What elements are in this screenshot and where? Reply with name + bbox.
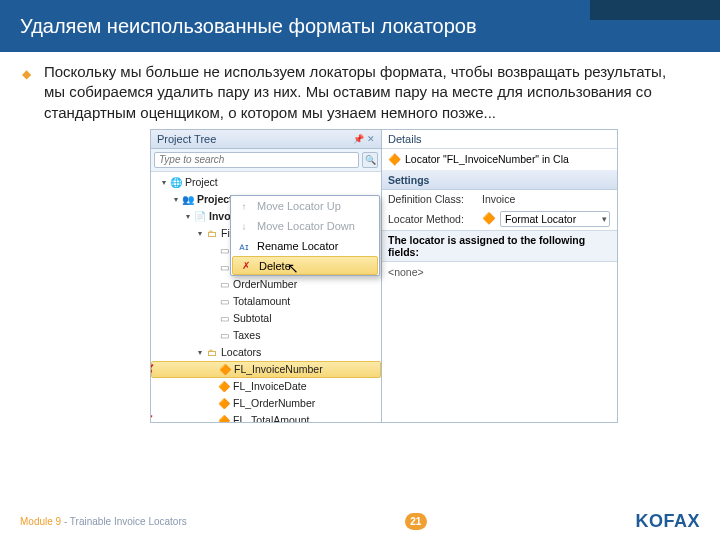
arrow-up-icon: ↑ [237, 201, 251, 212]
assigned-fields-header: The locator is assigned to the following… [382, 230, 617, 262]
def-class-label: Definition Class: [388, 193, 478, 205]
app-screenshot: Project Tree 📌 ✕ 🔍 ▾🌐Project ▾👥Project C… [150, 129, 618, 423]
delete-icon: ✗ [239, 260, 253, 271]
page-number-badge: 21 [405, 513, 427, 530]
definition-class-row: Definition Class: Invoice [382, 190, 617, 208]
loc-method-label: Locator Method: [388, 213, 478, 225]
locator-method-dropdown[interactable]: Format Locator [500, 211, 610, 227]
tree-node-project[interactable]: ▾🌐Project [151, 174, 381, 191]
footer-module: Module 9 - Trainable Invoice Locators [20, 516, 187, 527]
format-locator-icon: 🔶 [482, 212, 496, 225]
delete-mark-icon: ✗ [151, 413, 154, 422]
ctx-rename[interactable]: ᴀɪRename Locator [231, 236, 379, 256]
rename-icon: ᴀɪ [237, 241, 251, 252]
tree-node-field[interactable]: ▭Subtotal [151, 310, 381, 327]
cursor-icon: ↖ [287, 260, 299, 276]
locator-icon: 🔶 [388, 153, 401, 166]
slide-footer: Module 9 - Trainable Invoice Locators 21… [0, 511, 720, 532]
def-class-value: Invoice [482, 193, 515, 205]
assigned-fields-value: <none> [382, 262, 617, 282]
arrow-down-icon: ↓ [237, 221, 251, 232]
details-locator-text: Locator "FL_InvoiceNumber" in Cla [405, 153, 569, 165]
tree-node-locators[interactable]: ▾🗀Locators [151, 344, 381, 361]
header-accent [590, 0, 720, 20]
slide-body: ◆ Поскольку мы больше не используем лока… [0, 52, 720, 129]
tree-node-locator-selected[interactable]: ✗🔶FL_InvoiceNumber [151, 361, 381, 378]
settings-header: Settings [382, 171, 617, 190]
search-icon[interactable]: 🔍 [362, 152, 378, 168]
tree-node-field[interactable]: ▭OrderNumber [151, 276, 381, 293]
locator-method-row: Locator Method: 🔶 Format Locator [382, 208, 617, 230]
search-input[interactable] [154, 152, 359, 168]
details-title: Details [382, 130, 617, 149]
project-tree-title: Project Tree 📌 ✕ [151, 130, 381, 149]
slide-title: Удаляем неиспользованные форматы локатор… [20, 15, 477, 38]
body-paragraph: Поскольку мы больше не используем локато… [44, 63, 666, 121]
project-tree-label: Project Tree [157, 133, 216, 145]
details-locator-label: 🔶 Locator "FL_InvoiceNumber" in Cla [382, 149, 617, 171]
tree-node-locator[interactable]: ✗🔶FL_TotalAmount [151, 412, 381, 422]
ctx-move-up: ↑Move Locator Up [231, 196, 379, 216]
context-menu: ↑Move Locator Up ↓Move Locator Down ᴀɪRe… [230, 195, 380, 276]
brand-logo: KOFAX [635, 511, 700, 532]
pin-close-icons[interactable]: 📌 ✕ [353, 134, 375, 144]
bullet-icon: ◆ [22, 66, 31, 82]
tree-node-locator[interactable]: 🔶FL_OrderNumber [151, 395, 381, 412]
tree-node-locator[interactable]: 🔶FL_InvoiceDate [151, 378, 381, 395]
ctx-delete[interactable]: ✗Delete [232, 256, 378, 275]
footer-module-number: Module 9 [20, 516, 61, 527]
ctx-move-down: ↓Move Locator Down [231, 216, 379, 236]
delete-mark-icon: ✗ [151, 362, 155, 377]
tree-node-field[interactable]: ▭Totalamount [151, 293, 381, 310]
footer-module-name: - Trainable Invoice Locators [61, 516, 187, 527]
details-pane: Details 🔶 Locator "FL_InvoiceNumber" in … [381, 130, 617, 422]
tree-node-field[interactable]: ▭Taxes [151, 327, 381, 344]
search-row: 🔍 [151, 149, 381, 172]
